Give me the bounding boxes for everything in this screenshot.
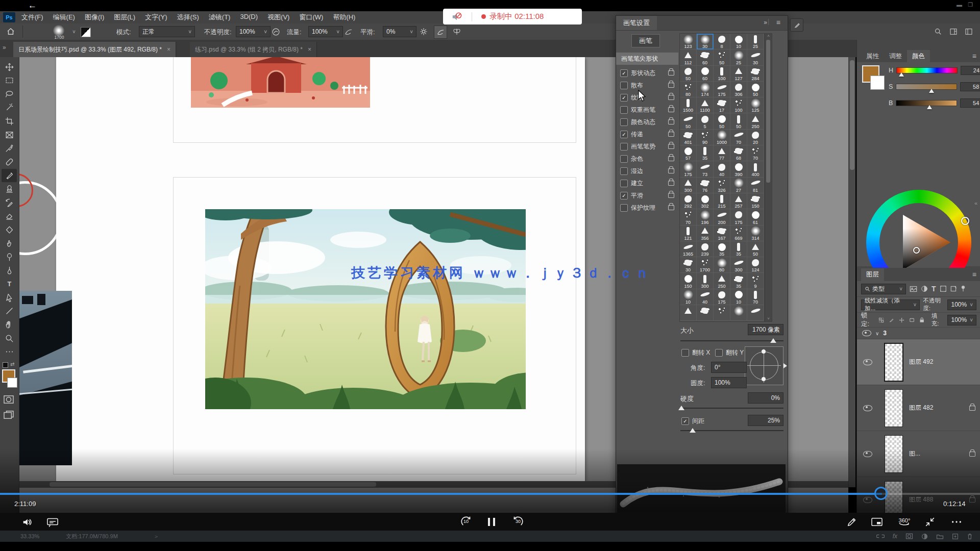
brush-preset-257[interactable]: 257: [730, 193, 747, 209]
brush-preset-174[interactable]: 174: [697, 82, 714, 97]
brush-preset[interactable]: [747, 305, 764, 321]
lock-icon[interactable]: [668, 193, 674, 198]
brush-preset-127[interactable]: 127: [730, 66, 747, 82]
lock-artboard-icon[interactable]: [909, 317, 915, 323]
brush-preset-68[interactable]: 68: [730, 145, 747, 161]
panel-collapse-icon[interactable]: »: [764, 19, 767, 26]
eye-icon[interactable]: [863, 451, 872, 457]
brush-option-纹理[interactable]: ✓纹理: [616, 91, 678, 104]
menu-item[interactable]: 视图(V): [267, 13, 289, 22]
layer-name[interactable]: 图层 482: [909, 404, 933, 412]
s-value[interactable]: 58: [960, 82, 980, 91]
close-tab-icon[interactable]: ×: [308, 46, 311, 53]
brush-preset-76[interactable]: 76: [697, 178, 714, 193]
layer-mask-icon[interactable]: [905, 533, 913, 539]
b-value[interactable]: 54: [960, 98, 980, 108]
checkbox[interactable]: [620, 143, 628, 151]
brush-preset-50[interactable]: 50: [680, 66, 697, 82]
tool-crop[interactable]: [2, 114, 17, 128]
brush-preset-35[interactable]: 35: [730, 273, 747, 289]
layer-thumbnail[interactable]: [885, 343, 903, 381]
brush-preset-50[interactable]: 50: [714, 113, 730, 129]
tool-smudge[interactable]: [2, 237, 17, 250]
brush-preset-20[interactable]: 20: [747, 130, 764, 145]
search-icon[interactable]: [934, 28, 942, 37]
spacing-value[interactable]: 25%: [748, 415, 783, 426]
brush-preset-8[interactable]: 8: [714, 34, 730, 49]
brush-preset-121[interactable]: 121: [680, 226, 697, 241]
lock-icon[interactable]: [668, 205, 674, 210]
pip-icon[interactable]: [868, 513, 886, 531]
brush-preset[interactable]: [697, 305, 714, 321]
lock-icon[interactable]: [668, 95, 674, 100]
brush-preset-25[interactable]: 25: [730, 49, 747, 65]
brush-preset-175[interactable]: 175: [714, 289, 730, 305]
lock-pixels-icon[interactable]: [889, 317, 894, 323]
color-panel-menu-icon[interactable]: ≡: [972, 52, 976, 60]
checkbox[interactable]: [620, 82, 628, 89]
brush-preset-300[interactable]: 300: [680, 178, 697, 193]
player-progress-knob[interactable]: [874, 487, 888, 500]
brush-option-画笔笔势[interactable]: 画笔笔势: [616, 140, 678, 153]
brush-option-保护纹理[interactable]: 保护纹理: [616, 202, 678, 214]
brush-preset[interactable]: [680, 305, 697, 321]
checkbox[interactable]: [620, 204, 628, 212]
brush-preset-356[interactable]: 356: [697, 226, 714, 241]
brush-preset-chevron[interactable]: ˅: [72, 29, 76, 35]
dock-collapse-icon[interactable]: «: [974, 200, 977, 206]
brush-preset-167[interactable]: 167: [714, 226, 730, 241]
menu-item[interactable]: 文件(F): [21, 13, 43, 22]
brush-preset-50[interactable]: 50: [730, 113, 747, 129]
menu-item[interactable]: 帮助(H): [333, 13, 355, 22]
brush-preset-314[interactable]: 314: [747, 226, 764, 241]
size-slider-thumb[interactable]: [770, 338, 776, 343]
eye-icon[interactable]: [862, 330, 871, 336]
mode-select[interactable]: 正常˅: [139, 26, 195, 37]
lock-icon[interactable]: [668, 144, 674, 149]
tool-pen[interactable]: [2, 264, 17, 277]
lock-icon[interactable]: [668, 119, 674, 124]
brush-option-湿边[interactable]: 湿边: [616, 165, 678, 177]
symmetry-butterfly-icon[interactable]: [452, 27, 461, 38]
tool-hand[interactable]: [2, 318, 17, 331]
brush-preset-30[interactable]: 30: [747, 49, 764, 65]
angle-dial-top-dot[interactable]: [762, 349, 766, 354]
layer-fx-icon[interactable]: fx: [893, 533, 897, 540]
layers-tab[interactable]: 图层: [861, 268, 884, 281]
brush-preset-40[interactable]: 40: [714, 161, 730, 177]
brush-preset-1365[interactable]: 1365: [680, 241, 697, 257]
tool-dodge[interactable]: [2, 250, 17, 263]
layer-row[interactable]: 图层 492: [857, 339, 980, 385]
menu-item[interactable]: 图层(L): [114, 13, 135, 22]
brush-preset-302[interactable]: 302: [697, 193, 714, 209]
brush-option-杂色[interactable]: 杂色: [616, 153, 678, 165]
hue-thumb[interactable]: [899, 72, 904, 77]
brush-preset-215[interactable]: 215: [714, 193, 730, 209]
layers-menu-icon[interactable]: ≡: [972, 270, 976, 279]
tool-move[interactable]: [2, 60, 17, 73]
background-color-large[interactable]: [870, 76, 885, 90]
status-chevron[interactable]: ＞: [154, 533, 159, 540]
adjustment-layer-icon[interactable]: [921, 533, 928, 540]
filter-adjustment-icon[interactable]: [921, 285, 928, 292]
brush-preset-125[interactable]: 125: [747, 97, 764, 113]
tool-lasso[interactable]: [2, 87, 17, 101]
angle-dial-bottom-dot[interactable]: [762, 377, 766, 381]
layer-row[interactable]: 图层 482: [857, 385, 980, 431]
brush-preset-5[interactable]: 5: [697, 113, 714, 129]
brush-preset[interactable]: [714, 305, 730, 321]
smooth-gear-icon[interactable]: [420, 28, 428, 37]
size-value[interactable]: 1700 像素: [748, 324, 783, 335]
screen-mode-icon[interactable]: [3, 410, 14, 421]
brush-preset-284[interactable]: 284: [747, 66, 764, 82]
brush-preset-35[interactable]: 35: [714, 241, 730, 257]
brush-preset-175[interactable]: 175: [714, 82, 730, 97]
lock-icon[interactable]: [668, 132, 674, 137]
brush-option-颜色动态[interactable]: 颜色动态: [616, 116, 678, 128]
menu-item[interactable]: 窗口(W): [299, 13, 323, 22]
brush-preset-90[interactable]: 90: [697, 130, 714, 145]
brush-preset-50[interactable]: 50: [747, 82, 764, 97]
checkbox[interactable]: ✓: [620, 192, 628, 199]
brush-panel-tab[interactable]: 画笔设置: [616, 16, 657, 30]
layer-thumbnail[interactable]: [885, 389, 903, 427]
